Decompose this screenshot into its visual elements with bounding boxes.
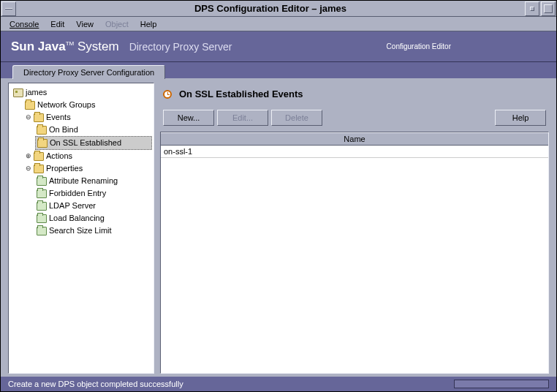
tree-events[interactable]: ⊖ Events xyxy=(23,111,152,124)
tree-label: Attribute Renaming xyxy=(49,175,118,187)
main-title: On SSL Established Events xyxy=(160,83,549,110)
minimize-button[interactable] xyxy=(525,1,539,16)
clock-icon xyxy=(163,90,172,99)
brand-text: Sun JavaTM System xyxy=(11,39,119,54)
tree-label: Properties xyxy=(46,162,83,175)
tree-forbidden-entry[interactable]: Forbidden Entry xyxy=(35,187,152,200)
product-name: Directory Proxy Server xyxy=(129,41,232,53)
server-icon xyxy=(13,88,23,97)
tree-panel[interactable]: james Network Groups ⊖ xyxy=(8,83,154,374)
collapse-icon[interactable]: ⊖ xyxy=(25,165,31,172)
folder-icon xyxy=(37,227,47,235)
folder-icon xyxy=(37,202,47,211)
main-panel: On SSL Established Events New... Edit...… xyxy=(160,83,549,374)
tree-label: Load Balancing xyxy=(49,212,105,225)
menu-edit[interactable]: Edit xyxy=(45,18,70,30)
folder-icon xyxy=(34,165,44,173)
folder-icon xyxy=(25,101,35,110)
tree-label: Events xyxy=(46,111,71,124)
main-title-text: On SSL Established Events xyxy=(179,88,303,99)
tree-label: Network Groups xyxy=(37,99,95,111)
collapse-icon[interactable]: ⊖ xyxy=(25,114,31,121)
window-frame: DPS Configuration Editor – james Console… xyxy=(0,0,557,392)
tree-label: Forbidden Entry xyxy=(49,187,106,200)
folder-icon xyxy=(34,113,44,122)
tree-label: james xyxy=(26,86,47,99)
tree-attribute-renaming[interactable]: Attribute Renaming xyxy=(35,175,152,187)
tree-on-bind[interactable]: On Bind xyxy=(35,124,152,136)
window-title: DPS Configuration Editor – james xyxy=(17,3,524,14)
new-button[interactable]: New... xyxy=(163,110,214,126)
statusbar: Create a new DPS object completed succes… xyxy=(1,377,556,391)
tab-dps-config[interactable]: Directory Proxy Server Configuration xyxy=(12,65,165,79)
tab-strip: Directory Proxy Server Configuration xyxy=(1,62,556,78)
toolbar: New... Edit... Delete Help xyxy=(160,110,549,132)
tree-properties[interactable]: ⊖ Properties xyxy=(23,162,152,175)
list-panel: Name on-ssl-1 xyxy=(160,132,549,374)
tree-label: Actions xyxy=(46,150,72,162)
tree-root[interactable]: james xyxy=(12,86,152,99)
content-area: james Network Groups ⊖ xyxy=(1,78,556,377)
tree-load-balancing[interactable]: Load Balancing xyxy=(35,212,152,225)
menu-object: Object xyxy=(99,18,134,30)
system-menu-button[interactable] xyxy=(1,1,16,16)
tree-label: LDAP Server xyxy=(49,200,96,212)
help-button[interactable]: Help xyxy=(495,110,546,126)
folder-icon xyxy=(37,189,47,198)
progress-bar xyxy=(454,380,549,388)
tree-network-groups[interactable]: Network Groups xyxy=(23,99,152,111)
folder-icon xyxy=(37,214,47,223)
menubar: Console Edit View Object Help xyxy=(1,17,556,31)
configuration-editor-label: Configuration Editor xyxy=(387,42,451,50)
maximize-button[interactable] xyxy=(541,1,556,16)
tree-on-ssl-established[interactable]: On SSL Established xyxy=(35,136,152,150)
folder-icon xyxy=(37,177,47,186)
menu-view[interactable]: View xyxy=(70,18,99,30)
tree-actions[interactable]: ⊕ Actions xyxy=(23,150,152,162)
status-message: Create a new DPS object completed succes… xyxy=(8,380,183,388)
tree-label: On Bind xyxy=(49,124,78,136)
delete-button: Delete xyxy=(271,110,322,126)
list-header-name[interactable]: Name xyxy=(161,132,548,146)
tree-label: Search Size Limit xyxy=(49,225,112,237)
folder-icon xyxy=(37,126,47,135)
menu-console[interactable]: Console xyxy=(4,18,45,30)
list-row[interactable]: on-ssl-1 xyxy=(161,146,548,158)
menu-help[interactable]: Help xyxy=(134,18,163,30)
folder-icon xyxy=(34,152,44,161)
tree-search-size-limit[interactable]: Search Size Limit xyxy=(35,225,152,237)
tree-label: On SSL Established xyxy=(50,137,121,149)
folder-icon xyxy=(37,139,48,148)
tree-ldap-server[interactable]: LDAP Server xyxy=(35,200,152,212)
edit-button: Edit... xyxy=(217,110,268,126)
titlebar: DPS Configuration Editor – james xyxy=(1,1,556,17)
banner: Sun JavaTM System Directory Proxy Server… xyxy=(1,31,556,62)
expand-icon[interactable]: ⊕ xyxy=(25,153,31,159)
